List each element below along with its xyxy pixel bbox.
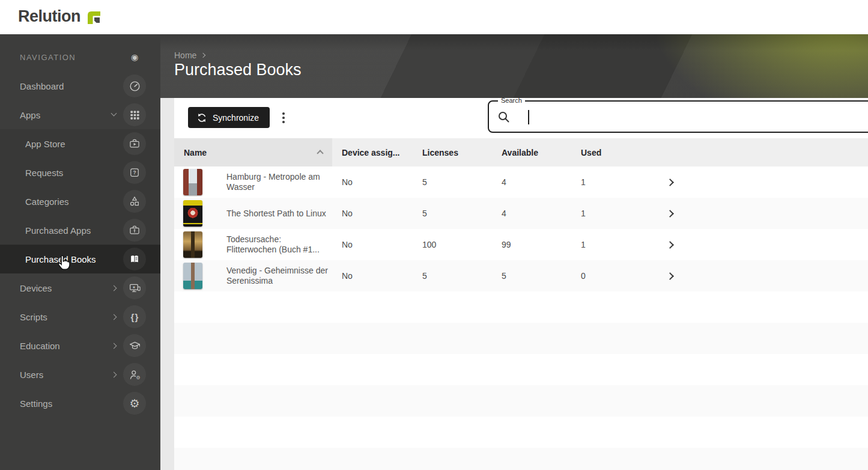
licenses-cell: 5 (413, 209, 492, 218)
sidebar-item-scripts[interactable]: Scripts { } (0, 302, 160, 331)
table-row[interactable]: Todesursache: Flitterwochen (Buch #1... … (174, 229, 868, 260)
search-input[interactable] (517, 106, 868, 127)
available-cell: 5 (492, 271, 571, 281)
table-row[interactable]: Venedig - Geheimnisse der Serenissima No… (174, 260, 868, 291)
row-detail-button[interactable] (650, 273, 680, 279)
synchronize-label: Synchronize (213, 113, 259, 123)
sidebar-navigation: NAVIGATION ◉ Dashboard Apps App Store (0, 34, 160, 470)
linux-book-cover (183, 200, 202, 227)
available-cell: 4 (492, 177, 571, 187)
purchased-apps-icon (123, 219, 146, 242)
device-assigned-cell: No (332, 177, 413, 187)
used-cell: 1 (571, 209, 650, 218)
chevron-right-icon (666, 272, 674, 280)
search-icon (497, 110, 511, 124)
svg-text:⚙: ⚙ (136, 374, 140, 380)
breadcrumb-home-link[interactable]: Home (174, 50, 196, 60)
app-store-icon (123, 132, 146, 155)
column-header-licenses[interactable]: Licenses (413, 138, 492, 166)
navigation-section-label: NAVIGATION (20, 53, 76, 62)
book-title: Todesursache: Flitterwochen (Buch #1... (226, 234, 332, 255)
dashboard-icon (123, 75, 146, 97)
available-cell: 99 (492, 240, 571, 249)
table-row[interactable]: Hamburg - Metropole am Wasser No 5 4 1 (174, 166, 868, 198)
column-header-device-assigned[interactable]: Device assig... (332, 138, 413, 166)
apps-grid-icon (123, 103, 146, 126)
used-cell: 1 (571, 177, 650, 187)
users-icon: ⚙ (123, 363, 146, 386)
sidebar-item-apps[interactable]: Apps (0, 100, 160, 129)
todesursache-book-cover (183, 231, 202, 258)
focus-target-icon[interactable]: ◉ (123, 46, 146, 69)
scripts-icon: { } (123, 305, 146, 328)
chevron-right-icon (111, 285, 117, 291)
settings-gear-icon: ⚙ (123, 392, 146, 415)
sidebar-item-categories[interactable]: Categories (0, 187, 160, 216)
row-detail-button[interactable] (650, 180, 680, 185)
used-cell: 1 (571, 240, 650, 249)
book-title: The Shortest Path to Linux (226, 209, 332, 219)
chevron-right-icon (666, 210, 674, 218)
sort-ascending-icon (317, 150, 323, 156)
used-cell: 0 (571, 271, 650, 281)
licenses-cell: 5 (413, 177, 492, 187)
sidebar-item-purchased-books[interactable]: Purchased Books (0, 245, 160, 273)
sidebar-item-education[interactable]: Education (0, 331, 160, 360)
column-header-name[interactable]: Name (174, 138, 332, 166)
available-cell: 4 (492, 209, 571, 218)
chevron-right-icon (111, 372, 117, 378)
device-assigned-cell: No (332, 271, 413, 281)
top-bar: Relution (0, 0, 868, 34)
content-panel: Synchronize Search Name Device assig... … (174, 98, 868, 470)
row-detail-button[interactable] (650, 211, 680, 216)
chevron-right-icon (666, 241, 674, 249)
licenses-cell: 100 (413, 240, 492, 249)
svg-text:★: ★ (132, 285, 136, 289)
sync-icon (196, 112, 207, 123)
mouse-cursor-hand-icon (55, 255, 71, 272)
book-title: Venedig - Geheimnisse der Serenissima (226, 266, 332, 286)
sidebar-item-devices[interactable]: Devices ★ (0, 273, 160, 302)
chevron-right-icon (111, 343, 117, 349)
table-body: Hamburg - Metropole am Wasser No 5 4 1 T… (174, 166, 868, 470)
table-header-row: Name Device assig... Licenses Available … (174, 138, 868, 166)
synchronize-button[interactable]: Synchronize (188, 107, 270, 128)
hamburg-book-cover (183, 169, 202, 195)
venedig-book-cover (183, 263, 202, 289)
breadcrumb-chevron-icon (201, 53, 205, 58)
relution-logo-icon (86, 10, 102, 25)
device-assigned-cell: No (332, 240, 413, 249)
search-field[interactable]: Search (488, 100, 868, 133)
relution-logo[interactable]: Relution (18, 7, 102, 26)
device-assigned-cell: No (332, 209, 413, 218)
table-toolbar: Synchronize Search (174, 98, 868, 138)
devices-icon: ★ (123, 276, 146, 299)
table-row[interactable]: The Shortest Path to Linux No 5 4 1 (174, 198, 868, 229)
page-header-banner: Home Purchased Books (160, 34, 868, 98)
education-icon (123, 334, 146, 357)
purchased-books-icon (123, 248, 146, 270)
categories-icon (123, 190, 146, 213)
column-header-used[interactable]: Used (571, 138, 650, 166)
breadcrumb: Home (174, 50, 205, 60)
sidebar-item-app-store[interactable]: App Store (0, 129, 160, 158)
chevron-down-icon (111, 111, 117, 117)
svg-text:?: ? (133, 169, 136, 175)
licenses-cell: 5 (413, 271, 492, 281)
logo-text: Relution (18, 7, 80, 26)
sidebar-item-requests[interactable]: Requests ? (0, 158, 160, 187)
more-options-button[interactable] (279, 112, 288, 123)
chevron-right-icon (666, 179, 674, 186)
page-title: Purchased Books (174, 61, 302, 79)
sidebar-item-dashboard[interactable]: Dashboard (0, 72, 160, 100)
column-header-available[interactable]: Available (492, 138, 571, 166)
relution-app-window: Relution NAVIGATION ◉ Dashboard Apps (0, 0, 868, 470)
sidebar-item-purchased-apps[interactable]: Purchased Apps (0, 216, 160, 245)
row-detail-button[interactable] (650, 242, 680, 248)
sidebar-item-users[interactable]: Users ⚙ (0, 360, 160, 389)
text-caret (528, 110, 529, 124)
sidebar-item-settings[interactable]: Settings ⚙ (0, 389, 160, 418)
requests-icon: ? (123, 161, 146, 184)
sidebar-section-navigation: NAVIGATION ◉ (0, 43, 160, 72)
book-title: Hamburg - Metropole am Wasser (226, 172, 332, 192)
